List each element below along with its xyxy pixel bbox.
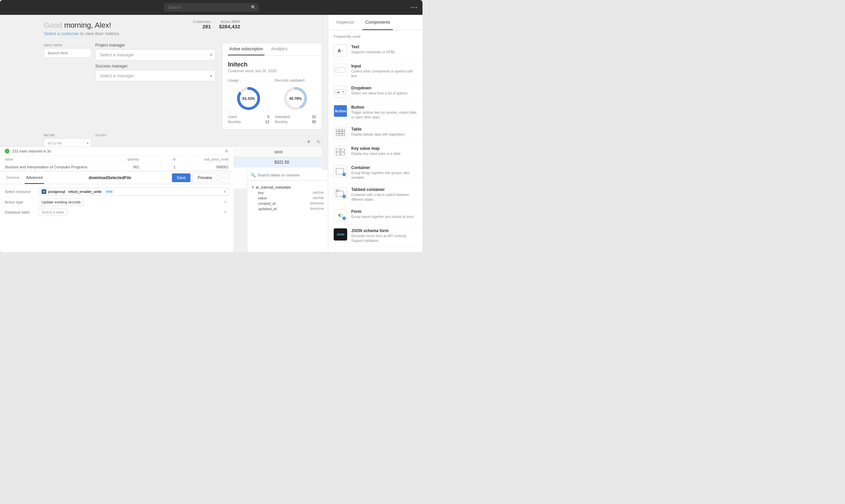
project-manager-select-wrapper: Select a manager (95, 49, 215, 60)
tab-inspector[interactable]: Inspector (334, 15, 357, 30)
records-monthly-row: Monthly 95 (275, 120, 316, 124)
tab-analytics[interactable]: Analytics (270, 43, 289, 55)
card-tabs: Active subscription Analytics (223, 43, 322, 56)
usage-label: Usage (228, 78, 270, 82)
table-controls: ▼ ↻ (95, 138, 322, 145)
component-dropdown[interactable]: ▬▾ Dropdown Select one value from a list… (328, 82, 422, 102)
tab-advanced[interactable]: Advanced (25, 172, 44, 184)
company-search-input[interactable] (44, 48, 91, 58)
col-updated-name: updated_at (258, 207, 277, 211)
schema-arrow: ▼ (251, 185, 254, 189)
resource-write-tag: write (105, 190, 114, 194)
svg-rect-16 (339, 190, 342, 192)
schema-col-value: value varchar (257, 195, 325, 201)
component-tabbed-container-info: Tabbed container Container with a tab to… (351, 187, 417, 202)
filter-button[interactable]: ▼ (305, 138, 312, 145)
schema-col-created: created_at timezone (257, 201, 325, 206)
customer-since: Customer since Jun 24, 2018 (228, 69, 316, 73)
frequently-used-label: Frequently used (328, 30, 422, 41)
result-name: Stucture and Interpretation of Computer … (5, 165, 106, 169)
usage-donut-wrapper: 83.33% (228, 85, 270, 112)
metric-mrr: Active MRR $284,432 (219, 20, 240, 29)
transformer-title: downloadSelectedFile (88, 176, 131, 180)
component-input[interactable]: I Input Control other components or quer… (328, 60, 422, 82)
search-input[interactable] (164, 3, 259, 12)
top-bar: 🔍 (0, 0, 422, 15)
metrics-bar: Customers 281 Active MRR $284,432 (193, 20, 240, 29)
top-bar-menu (411, 7, 417, 8)
result-price: 998001 (178, 165, 229, 169)
component-keyvalue[interactable]: Key value map Display key value pairs in… (328, 143, 422, 162)
component-dropdown-info: Dropdown Select one value from a list of… (351, 86, 408, 96)
greeting-text: morning, Alex! (64, 21, 111, 29)
success-icon: ✓ (5, 149, 10, 154)
greeting-suffix: to view their metrics. (80, 31, 120, 36)
main-layout: Good morning, Alex! Select a customer to… (0, 15, 422, 252)
action-type-select[interactable]: Update existing records (38, 198, 84, 206)
postgres-icon: Ψ (41, 189, 46, 194)
row-1-mrr: $321.50 (271, 157, 322, 168)
records-validated-row: Validated 31 (275, 115, 316, 119)
records-col: Records validated 40.78% (275, 78, 316, 124)
schema-search: 🔍 (247, 170, 328, 180)
component-json-info: JSON schema form Generate forms from an … (351, 228, 417, 243)
customer-card: Active subscription Analytics Initech Cu… (222, 43, 322, 129)
svg-rect-5 (336, 131, 345, 133)
tab-general[interactable]: General (5, 172, 21, 184)
tab-components[interactable]: Components (362, 15, 393, 30)
schema-search-icon: 🔍 (251, 173, 256, 177)
resource-db: postgresql (48, 190, 65, 194)
component-form[interactable]: + Form Group inputs together and submit … (328, 206, 422, 225)
component-list: A≡ Text Supports markdown or HTML. I Inp… (328, 41, 422, 252)
usage-used-value: 5 (267, 115, 269, 119)
save-button[interactable]: Save (172, 174, 190, 182)
button-icon: Action (334, 105, 347, 117)
success-manager-label: Success manager (95, 64, 215, 69)
card-body: Initech Customer since Jun 24, 2018 Usag… (223, 56, 322, 129)
schema-search-input[interactable] (258, 173, 325, 177)
tab-active-subscription[interactable]: Active subscription (228, 43, 264, 55)
more-options-button[interactable]: ··· (219, 173, 229, 182)
preview-button[interactable]: Preview (192, 173, 217, 182)
success-manager-select[interactable]: Select a manager (95, 70, 215, 81)
col-key-type: varchar (313, 191, 324, 195)
col-value-type: varchar (313, 196, 324, 200)
component-input-info: Input Control other components or querie… (351, 64, 417, 78)
validated-label: Validated (275, 115, 290, 119)
schema-table-name[interactable]: ▼ ar_internal_metadata (250, 184, 325, 190)
search-icon: 🔍 (251, 5, 256, 10)
component-text[interactable]: A≡ Text Supports markdown or HTML. (328, 41, 422, 60)
component-button[interactable]: Action Button Trigger actions like run q… (328, 102, 422, 124)
customer-link[interactable]: Select a customer (44, 31, 79, 36)
close-result-button[interactable]: ✕ (225, 148, 229, 154)
component-form-info: Form Group inputs together and submit at… (351, 209, 414, 219)
usage-monthly-label: Monthly (228, 120, 241, 124)
component-table[interactable]: Table Display tabular data with paginati… (328, 124, 422, 143)
results-label: results (95, 133, 322, 137)
component-json-schema[interactable]: JSON JSON schema form Generate forms fro… (328, 225, 422, 247)
refresh-button[interactable]: ↻ (315, 138, 322, 145)
component-tabbed-container[interactable]: + Tabbed container Container with a tab … (328, 184, 422, 206)
usage-percent: 83.33% (242, 96, 255, 101)
greeting-sub: Select a customer to view their metrics. (44, 31, 322, 36)
project-manager-select[interactable]: Select a manager (95, 49, 215, 60)
col-quantity: quantity (106, 158, 142, 161)
records-validated-value: 31 (312, 115, 316, 119)
result-header: ✓ 231 rows returned in 3s ✕ (0, 147, 234, 156)
result-strip: ✓ 231 rows returned in 3s ✕ name quantit… (0, 146, 234, 171)
result-message: 231 rows returned in 3s (12, 149, 51, 153)
resource-row: Select resource Ψ postgresql retool_emai… (5, 187, 229, 196)
usage-donut: 83.33% (235, 85, 262, 112)
resource-selector[interactable]: Ψ postgresql retool_emailer_write write … (38, 187, 229, 196)
sidebar-header: Inspector Components (328, 15, 422, 30)
col-id: id (142, 158, 178, 161)
records-monthly-label: Monthly (275, 120, 288, 124)
component-container[interactable]: + Container Group things together into g… (328, 162, 422, 184)
action-row: Action type Update existing records (5, 198, 229, 206)
table-select-wrap: Select a table (38, 209, 229, 216)
schema-table-item: ▼ ar_internal_metadata key varchar value… (247, 183, 328, 213)
result-table-header: name quantity id unit_price_cents (0, 156, 234, 163)
transformer-tabs-row: General Advanced downloadSelectedFile Sa… (0, 172, 234, 184)
database-table-select[interactable]: Select a table (38, 209, 67, 216)
used-label: Used (228, 115, 237, 119)
